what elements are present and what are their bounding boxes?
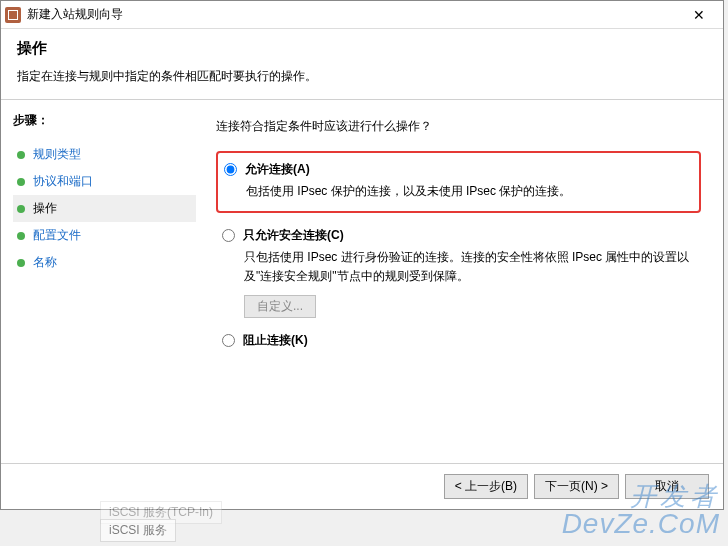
option-block-title: 阻止连接(K) xyxy=(243,332,308,349)
sidebar-item-label: 规则类型 xyxy=(33,146,81,163)
sidebar-item-label: 配置文件 xyxy=(33,227,81,244)
window-title: 新建入站规则向导 xyxy=(27,6,679,23)
customize-button: 自定义... xyxy=(244,295,316,318)
steps-sidebar: 步骤： 规则类型 协议和端口 操作 配置文件 名称 xyxy=(1,100,196,463)
step-bullet-icon xyxy=(17,178,25,186)
sidebar-item-protocol-ports[interactable]: 协议和端口 xyxy=(13,168,196,195)
radio-block[interactable] xyxy=(222,334,235,347)
cancel-button[interactable]: 取消 xyxy=(625,474,709,499)
close-button[interactable]: ✕ xyxy=(679,2,719,28)
option-allow-row[interactable]: 允许连接(A) xyxy=(224,161,689,178)
radio-allow[interactable] xyxy=(224,163,237,176)
action-prompt: 连接符合指定条件时应该进行什么操作？ xyxy=(216,118,701,135)
step-bullet-icon xyxy=(17,259,25,267)
sidebar-item-label: 协议和端口 xyxy=(33,173,93,190)
sidebar-item-name[interactable]: 名称 xyxy=(13,249,196,276)
option-block-row[interactable]: 阻止连接(K) xyxy=(222,332,701,349)
sidebar-item-rule-type[interactable]: 规则类型 xyxy=(13,141,196,168)
radio-secure[interactable] xyxy=(222,229,235,242)
sidebar-title: 步骤： xyxy=(13,112,196,129)
next-button[interactable]: 下一页(N) > xyxy=(534,474,619,499)
option-secure-group: 只允许安全连接(C) 只包括使用 IPsec 进行身份验证的连接。连接的安全性将… xyxy=(216,227,701,317)
wizard-main: 连接符合指定条件时应该进行什么操作？ 允许连接(A) 包括使用 IPsec 保护… xyxy=(196,100,723,463)
wizard-body: 步骤： 规则类型 协议和端口 操作 配置文件 名称 连接 xyxy=(1,100,723,463)
option-secure-desc: 只包括使用 IPsec 进行身份验证的连接。连接的安全性将依照 IPsec 属性… xyxy=(244,248,701,286)
sidebar-item-profile[interactable]: 配置文件 xyxy=(13,222,196,249)
option-secure-row[interactable]: 只允许安全连接(C) xyxy=(222,227,701,244)
titlebar: 新建入站规则向导 ✕ xyxy=(1,1,723,29)
page-subtitle: 指定在连接与规则中指定的条件相匹配时要执行的操作。 xyxy=(17,68,707,85)
firewall-icon xyxy=(5,7,21,23)
wizard-header: 操作 指定在连接与规则中指定的条件相匹配时要执行的操作。 xyxy=(1,29,723,100)
option-allow-title: 允许连接(A) xyxy=(245,161,310,178)
step-bullet-icon xyxy=(17,205,25,213)
wizard-window: 新建入站规则向导 ✕ 操作 指定在连接与规则中指定的条件相匹配时要执行的操作。 … xyxy=(0,0,724,510)
option-secure-title: 只允许安全连接(C) xyxy=(243,227,344,244)
background-grid-row: iSCSI 服务 xyxy=(100,519,176,542)
back-button[interactable]: < 上一步(B) xyxy=(444,474,528,499)
sidebar-item-label: 操作 xyxy=(33,200,57,217)
sidebar-item-label: 名称 xyxy=(33,254,57,271)
option-block-group: 阻止连接(K) xyxy=(216,332,701,349)
step-bullet-icon xyxy=(17,151,25,159)
option-allow-desc: 包括使用 IPsec 保护的连接，以及未使用 IPsec 保护的连接。 xyxy=(246,182,689,201)
sidebar-item-action[interactable]: 操作 xyxy=(13,195,196,222)
page-title: 操作 xyxy=(17,39,707,58)
option-allow-highlight: 允许连接(A) 包括使用 IPsec 保护的连接，以及未使用 IPsec 保护的… xyxy=(216,151,701,213)
watermark-en: DevZe.CoM xyxy=(562,508,720,539)
step-bullet-icon xyxy=(17,232,25,240)
